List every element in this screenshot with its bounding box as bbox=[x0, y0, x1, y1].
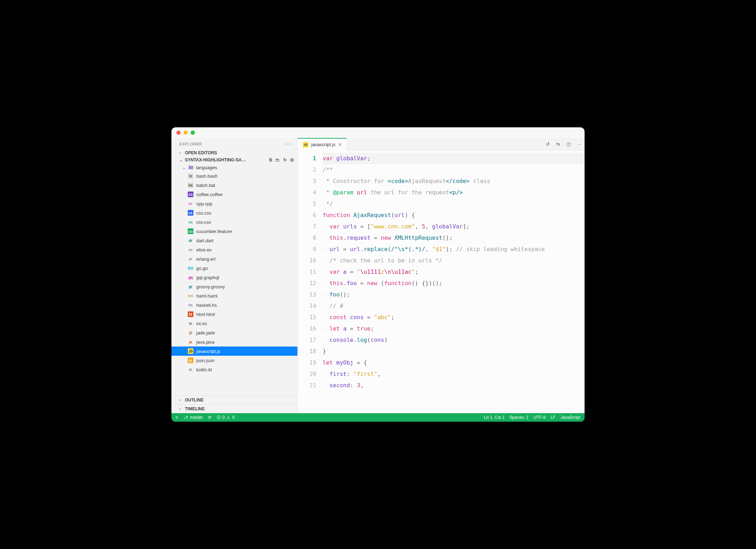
chevron-right-icon: › bbox=[179, 398, 183, 403]
new-file-icon[interactable]: ⎘ bbox=[269, 157, 272, 162]
code-line[interactable]: * @param url the url for the request<p/> bbox=[323, 187, 585, 198]
outline-section[interactable]: › OUTLINE bbox=[171, 395, 297, 404]
file-icon: cu bbox=[188, 228, 193, 234]
file-icon: GO bbox=[188, 265, 193, 271]
chevron-down-icon: ⌄ bbox=[179, 157, 183, 162]
eol[interactable]: LF bbox=[550, 415, 555, 420]
tab-bar: JS javascript.js × ↺ ⇆ ◫ ··· bbox=[298, 138, 585, 151]
code-line[interactable]: function AjaxRequest(url) { bbox=[323, 210, 585, 221]
file-icon: hs bbox=[188, 302, 193, 308]
file-icon: cs bbox=[188, 219, 193, 225]
indentation[interactable]: Spaces: 2 bbox=[510, 415, 528, 420]
file-icon: gq bbox=[188, 274, 193, 280]
line-number: 15 bbox=[298, 312, 316, 323]
code-line[interactable]: */ bbox=[323, 198, 585, 210]
file-java-java[interactable]: jajava.java bbox=[171, 337, 297, 346]
code-line[interactable]: ··const cons = "abc"; bbox=[323, 312, 585, 323]
git-branch[interactable]: ⎇ master bbox=[183, 415, 203, 420]
code-line[interactable]: ··console.log(cons) bbox=[323, 334, 585, 346]
code-line[interactable]: * Constructor for <code>AjaxRequest</cod… bbox=[323, 176, 585, 187]
line-number: 2 bbox=[298, 164, 316, 176]
language-mode[interactable]: JavaScript bbox=[560, 415, 580, 420]
branch-icon: ⎇ bbox=[183, 415, 188, 420]
file-icon: dr bbox=[188, 238, 193, 243]
file-haskell-hs[interactable]: hshaskell.hs bbox=[171, 300, 297, 310]
chevron-right-icon: › bbox=[179, 406, 183, 411]
cursor-position[interactable]: Ln 1, Col 1 bbox=[484, 415, 505, 420]
line-number: 9 bbox=[298, 244, 316, 255]
file-csv-csv[interactable]: cscsv.csv bbox=[171, 217, 297, 227]
new-folder-icon[interactable]: 🗀 bbox=[275, 157, 280, 162]
file-cucumber-feature[interactable]: cucucumber.feature bbox=[171, 227, 297, 236]
code-line[interactable]: ··// # bbox=[323, 300, 585, 312]
split-editor-icon[interactable]: ◫ bbox=[566, 142, 571, 147]
code-line[interactable]: ··var a = "\u1111z\n\u11ac"; bbox=[323, 266, 585, 278]
timeline-section[interactable]: › TIMELINE bbox=[171, 404, 297, 413]
code-line[interactable]: ··let a = true; bbox=[323, 323, 585, 334]
minimize-window-button[interactable] bbox=[183, 131, 188, 135]
file-icon: ex bbox=[188, 247, 193, 253]
file-name: elixir.ex bbox=[196, 247, 212, 253]
file-html-html[interactable]: hthtml.html bbox=[171, 310, 297, 319]
line-number: 12 bbox=[298, 278, 316, 289]
file-batch-bat[interactable]: babatch.bat bbox=[171, 181, 297, 190]
more-actions-icon[interactable]: ··· bbox=[577, 142, 581, 147]
code-line[interactable]: var globalVar; bbox=[323, 153, 585, 164]
code-line[interactable]: ··this.request = new XMLHttpRequest(); bbox=[323, 232, 585, 244]
file-json-json[interactable]: jsjson.json bbox=[171, 356, 297, 365]
file-haml-haml[interactable]: hmhaml.haml bbox=[171, 291, 297, 300]
file-elixir-ex[interactable]: exelixir.ex bbox=[171, 245, 297, 254]
code-line[interactable]: ··url = url.replace(/^\s*(.*)/, "$1"); /… bbox=[323, 244, 585, 255]
file-gql-graphql[interactable]: gqgql.graphql bbox=[171, 273, 297, 282]
problems-button[interactable]: ⓧ 0 ⚠ 0 bbox=[217, 415, 235, 421]
code-line[interactable]: ··second: 3, bbox=[323, 380, 585, 391]
close-window-button[interactable] bbox=[176, 131, 181, 135]
code-line[interactable]: } bbox=[323, 346, 585, 357]
file-bash-bash[interactable]: tebash.bash bbox=[171, 171, 297, 181]
collapse-icon[interactable]: ⊟ bbox=[290, 157, 294, 162]
encoding[interactable]: UTF-8 bbox=[533, 415, 546, 420]
refresh-icon[interactable]: ↻ bbox=[283, 157, 287, 162]
code-line[interactable]: let myObj = { bbox=[323, 357, 585, 368]
file-icon: JS bbox=[188, 348, 193, 354]
file-name: html.html bbox=[196, 312, 215, 317]
open-editors-section[interactable]: › OPEN EDITORS bbox=[171, 149, 297, 156]
file-groovy-groovy[interactable]: grgroovy.groovy bbox=[171, 282, 297, 291]
code-line[interactable]: /** bbox=[323, 164, 585, 176]
explorer-more-icon[interactable]: ··· bbox=[285, 141, 292, 147]
file-icon: gr bbox=[188, 284, 193, 289]
file-icon: te bbox=[188, 173, 193, 179]
file-name: batch.bat bbox=[196, 183, 215, 188]
folder-languages[interactable]: ⌄ languages bbox=[171, 163, 297, 171]
maximize-window-button[interactable] bbox=[191, 131, 195, 135]
code-line[interactable]: ··first: "first", bbox=[323, 368, 585, 380]
file-dart-dart[interactable]: drdart.dart bbox=[171, 236, 297, 245]
explorer-title: EXPLORER bbox=[179, 142, 202, 146]
git-compare-icon[interactable]: ⇆ bbox=[556, 142, 560, 147]
code-line[interactable]: ··this.foo = new (function() {})(); bbox=[323, 278, 585, 289]
timeline-icon[interactable]: ↺ bbox=[546, 142, 550, 147]
file-name: ini.ini bbox=[196, 321, 207, 326]
file-coffee-coffee[interactable]: cocoffee.coffee bbox=[171, 190, 297, 199]
file-javascript-js[interactable]: JSjavascript.js bbox=[171, 346, 297, 356]
close-tab-icon[interactable]: × bbox=[338, 142, 341, 148]
code-line[interactable]: ··/* check the url to be in urls */ bbox=[323, 255, 585, 266]
file-css-css[interactable]: cscss.css bbox=[171, 208, 297, 217]
code-editor[interactable]: 123456789101112131415161718192021 var gl… bbox=[298, 151, 585, 413]
file-kotlin-kt[interactable]: ktkotlin.kt bbox=[171, 365, 297, 374]
code-line[interactable]: ··var urls = ["www.cnn.com", 5, globalVa… bbox=[323, 221, 585, 232]
remote-button[interactable]: ⎋ bbox=[176, 415, 178, 420]
file-jade-jade[interactable]: jdjade.jade bbox=[171, 328, 297, 337]
file-ini-ini[interactable]: inini.ini bbox=[171, 319, 297, 328]
tab-javascript[interactable]: JS javascript.js × bbox=[298, 138, 347, 151]
titlebar[interactable] bbox=[171, 127, 585, 138]
code-line[interactable]: ··foo(); bbox=[323, 289, 585, 300]
code-lines[interactable]: var globalVar;/** * Constructor for <cod… bbox=[323, 151, 585, 413]
line-number: 4 bbox=[298, 187, 316, 198]
file-go-go[interactable]: GOgo.go bbox=[171, 264, 297, 273]
file-icon: c+ bbox=[188, 201, 193, 206]
project-section[interactable]: ⌄ SYNTAX-HIGHLIGHTING-SA… ⎘ 🗀 ↻ ⊟ bbox=[171, 156, 297, 163]
file-cpp-cpp[interactable]: c+cpp.cpp bbox=[171, 199, 297, 208]
sync-button[interactable]: ⟳ bbox=[208, 415, 212, 420]
file-erlang-erl[interactable]: ererlang.erl bbox=[171, 254, 297, 264]
